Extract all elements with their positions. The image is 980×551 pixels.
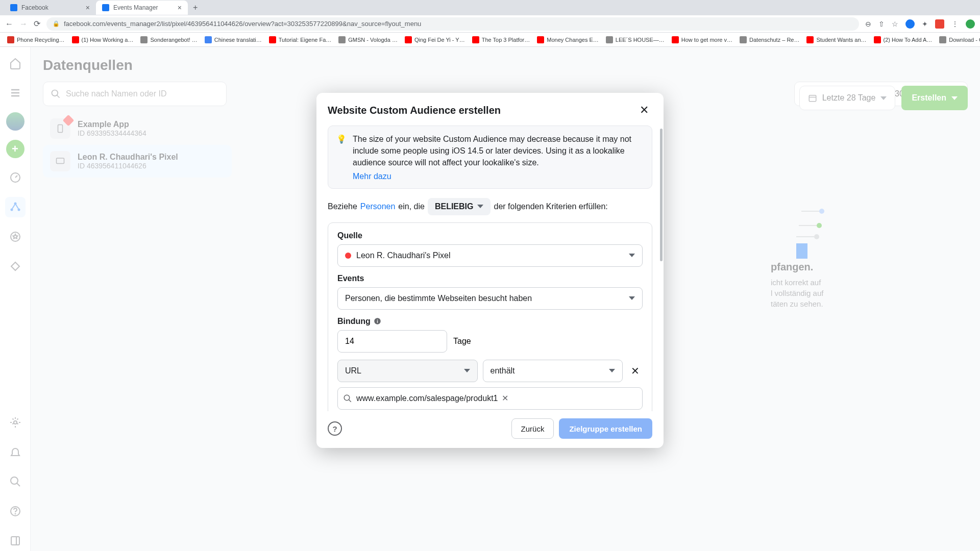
- forward-button[interactable]: →: [19, 19, 28, 29]
- create-audience-modal: Website Custom Audience erstellen ✕ 💡 Th…: [316, 93, 664, 448]
- bookmark[interactable]: (2) How To Add A…: [872, 36, 935, 43]
- url-input[interactable]: 🔒 facebook.com/events_manager2/list/pixe…: [46, 17, 859, 31]
- zoom-icon[interactable]: ⊖: [865, 20, 871, 28]
- bookmark[interactable]: Datenschutz – Re…: [738, 36, 801, 43]
- tab-bar: Facebook × Events Manager × +: [0, 0, 980, 15]
- bookmark[interactable]: How to get more v…: [670, 36, 734, 43]
- facebook-icon: [10, 4, 17, 11]
- chevron-down-icon: [477, 205, 483, 208]
- lock-icon: 🔒: [53, 20, 60, 27]
- info-notice: 💡 The size of your website Custom Audien…: [328, 126, 652, 189]
- retention-unit: Tage: [453, 337, 471, 346]
- extension-icon[interactable]: [935, 19, 944, 29]
- svg-text:i: i: [377, 319, 378, 324]
- url-condition-row: URL enthält ✕: [337, 360, 643, 382]
- people-link[interactable]: Personen: [360, 202, 396, 211]
- extension-icons: ⊖ ⇧ ☆ ✦ ⋮: [865, 19, 975, 29]
- chevron-down-icon: [629, 296, 635, 300]
- info-icon[interactable]: i: [374, 317, 381, 325]
- events-select[interactable]: Personen, die bestimmte Webseiten besuch…: [337, 287, 643, 310]
- bookmark[interactable]: (1) How Working a…: [70, 36, 136, 43]
- bookmark[interactable]: Student Wants an…: [804, 36, 868, 43]
- share-icon[interactable]: ⇧: [878, 20, 885, 28]
- new-tab-button[interactable]: +: [188, 3, 203, 12]
- browser-tab[interactable]: Facebook ×: [4, 1, 96, 15]
- extension-icon[interactable]: [905, 19, 915, 29]
- browser-tab[interactable]: Events Manager ×: [96, 1, 188, 15]
- bookmark[interactable]: GMSN - Vologda …: [336, 36, 400, 43]
- address-bar: ← → ⟳ 🔒 facebook.com/events_manager2/lis…: [0, 15, 980, 33]
- events-label: Events: [337, 274, 643, 283]
- bookmark[interactable]: Tutorial: Eigene Fa…: [267, 36, 334, 43]
- star-icon[interactable]: ☆: [892, 20, 898, 28]
- url-value-input[interactable]: www.example.com/salespage/produkt1 ✕: [337, 387, 643, 410]
- bookmark[interactable]: Sonderangebot! …: [138, 36, 199, 43]
- modal-footer: ? Zurück Zielgruppe erstellen: [316, 411, 664, 448]
- svg-point-31: [344, 395, 350, 400]
- close-icon[interactable]: ×: [86, 4, 90, 12]
- menu-icon[interactable]: ⋮: [951, 20, 959, 28]
- modal-title: Website Custom Audience erstellen: [328, 105, 501, 116]
- back-button[interactable]: Zurück: [511, 418, 554, 439]
- bookmark[interactable]: Money Changes E…: [535, 36, 601, 43]
- status-dot-icon: [345, 253, 351, 259]
- bookmark[interactable]: Phone Recycling…: [5, 36, 67, 43]
- search-icon: [343, 394, 352, 403]
- profile-avatar[interactable]: [966, 19, 975, 29]
- svg-line-32: [349, 399, 351, 402]
- retention-label: Bindung i: [337, 317, 643, 326]
- source-label: Quelle: [337, 231, 643, 240]
- help-icon[interactable]: ?: [328, 421, 342, 436]
- retention-row: Tage: [337, 330, 643, 353]
- bookmark[interactable]: Download - Cooki…: [937, 36, 980, 43]
- bookmark-bar: Phone Recycling… (1) How Working a… Sond…: [0, 33, 980, 47]
- url-field-select[interactable]: URL: [337, 360, 478, 382]
- back-button[interactable]: ←: [5, 19, 13, 29]
- app-root: + Datenquellen Leon R. Chaudhari (303253…: [0, 47, 980, 551]
- remove-chip-button[interactable]: ✕: [502, 393, 508, 403]
- close-icon[interactable]: ×: [178, 4, 182, 12]
- url-chip[interactable]: www.example.com/salespage/produkt1 ✕: [356, 393, 508, 403]
- source-select[interactable]: Leon R. Chaudhari's Pixel: [337, 244, 643, 267]
- tab-title: Events Manager: [113, 4, 158, 11]
- modal-header: Website Custom Audience erstellen ✕: [316, 93, 664, 126]
- bookmark[interactable]: Qing Fei De Yi - Y…: [403, 36, 467, 43]
- lightbulb-icon: 💡: [336, 134, 347, 181]
- criteria-sentence: Beziehe Personen ein, die BELIEBIG der f…: [328, 198, 652, 215]
- match-mode-dropdown[interactable]: BELIEBIG: [428, 198, 491, 215]
- browser-chrome: Facebook × Events Manager × + ← → ⟳ 🔒 fa…: [0, 0, 980, 47]
- bookmark[interactable]: The Top 3 Platfor…: [470, 36, 532, 43]
- remove-condition-button[interactable]: ✕: [628, 365, 643, 377]
- facebook-icon: [102, 4, 109, 11]
- chevron-down-icon: [464, 369, 470, 372]
- chevron-down-icon: [609, 369, 615, 372]
- scrollbar[interactable]: [660, 129, 663, 261]
- modal-body: 💡 The size of your website Custom Audien…: [316, 126, 664, 411]
- close-button[interactable]: ✕: [636, 102, 652, 118]
- notice-text: The size of your website Custom Audience…: [353, 133, 644, 169]
- criteria-group: Quelle Leon R. Chaudhari's Pixel Events …: [328, 222, 652, 411]
- bookmark[interactable]: LEE´S HOUSE—…: [604, 36, 667, 43]
- tab-title: Facebook: [21, 4, 48, 11]
- url-text: facebook.com/events_manager2/list/pixel/…: [64, 20, 421, 28]
- url-operator-select[interactable]: enthält: [483, 360, 623, 382]
- bookmark[interactable]: Chinese translati…: [203, 36, 264, 43]
- retention-input[interactable]: [337, 330, 447, 353]
- create-audience-button[interactable]: Zielgruppe erstellen: [559, 418, 652, 439]
- reload-button[interactable]: ⟳: [34, 19, 40, 29]
- puzzle-icon[interactable]: ✦: [922, 20, 928, 28]
- chevron-down-icon: [629, 254, 635, 257]
- learn-more-link[interactable]: Mehr dazu: [353, 172, 391, 181]
